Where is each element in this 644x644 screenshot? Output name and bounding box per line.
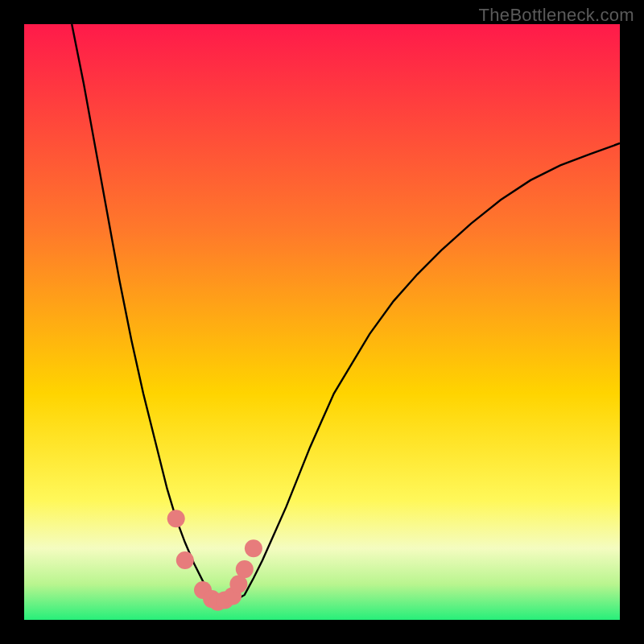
plot-background: [24, 24, 620, 620]
marker-point: [245, 539, 262, 557]
marker-point: [167, 510, 185, 527]
marker-point: [176, 551, 194, 569]
marker-point: [236, 560, 254, 578]
chart-container: TheBottleneck.com: [0, 0, 644, 644]
watermark-text: TheBottleneck.com: [479, 5, 634, 26]
bottleneck-plot: [24, 24, 620, 620]
